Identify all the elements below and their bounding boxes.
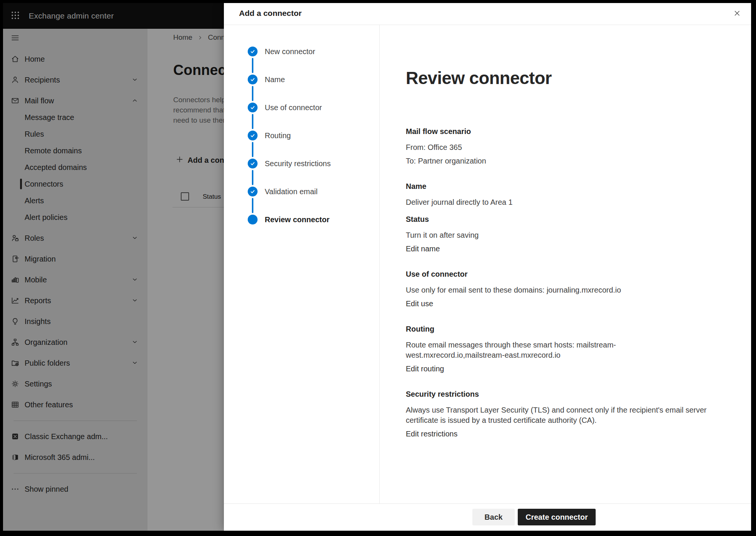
step-current-icon xyxy=(248,215,258,224)
wizard-step-label: Use of connector xyxy=(265,103,322,112)
modal-header: Add a connector xyxy=(224,3,751,25)
back-button[interactable]: Back xyxy=(472,509,515,525)
step-connector-line xyxy=(252,86,253,101)
wizard-step-security-restrictions[interactable]: Security restrictions xyxy=(224,159,379,168)
create-connector-button[interactable]: Create connector xyxy=(518,509,596,525)
wizard-step-label: Name xyxy=(265,75,285,84)
review-pane: Review connector Mail flow scenarioFrom:… xyxy=(380,25,751,503)
review-section-mail-flow-scenario: Mail flow scenarioFrom: Office 365To: Pa… xyxy=(406,126,710,166)
step-connector-line xyxy=(252,142,253,157)
wizard-step-validation-email[interactable]: Validation email xyxy=(224,187,379,196)
step-complete-icon xyxy=(248,131,258,140)
wizard-step-use-of-connector[interactable]: Use of connector xyxy=(224,103,379,112)
wizard-step-label: Security restrictions xyxy=(265,159,331,168)
wizard-step-new-connector[interactable]: New connector xyxy=(224,47,379,56)
close-icon xyxy=(733,9,741,19)
review-section-name: NameDeliver journal directly to Area 1 xyxy=(406,181,710,207)
wizard-step-label: Validation email xyxy=(265,187,318,196)
review-section-text: Route email messages through these smart… xyxy=(406,340,710,360)
wizard-step-label: New connector xyxy=(265,47,315,56)
step-complete-icon xyxy=(248,103,258,112)
edit-restrictions-link[interactable]: Edit restrictions xyxy=(406,429,458,439)
step-complete-icon xyxy=(248,47,258,56)
review-section-use-of-connector: Use of connectorUse only for email sent … xyxy=(406,269,710,309)
wizard-step-review-connector[interactable]: Review connector xyxy=(224,215,379,224)
modal-title: Add a connector xyxy=(239,9,302,18)
review-section-status: StatusTurn it on after savingEdit name xyxy=(406,214,710,254)
review-section-text: Deliver journal directly to Area 1 xyxy=(406,197,710,207)
step-complete-icon xyxy=(248,187,258,196)
add-connector-modal: Add a connector New connectorNameUse of … xyxy=(224,3,751,531)
review-section-text: Turn it on after saving xyxy=(406,230,710,240)
review-section-text: Always use Transport Layer Security (TLS… xyxy=(406,405,710,425)
review-section-heading: Mail flow scenario xyxy=(406,126,710,136)
review-section-text: Use only for email sent to these domains… xyxy=(406,285,710,295)
modal-footer: Back Create connector xyxy=(224,503,751,531)
app-screen: Exchange admin center HomeRecipientsMail… xyxy=(3,3,751,531)
step-complete-icon xyxy=(248,159,258,168)
review-section-routing: RoutingRoute email messages through thes… xyxy=(406,324,710,374)
edit-routing-link[interactable]: Edit routing xyxy=(406,364,444,374)
edit-name-link[interactable]: Edit name xyxy=(406,244,440,254)
wizard-step-routing[interactable]: Routing xyxy=(224,131,379,140)
wizard-step-label: Review connector xyxy=(265,215,329,224)
review-sections: Mail flow scenarioFrom: Office 365To: Pa… xyxy=(406,126,710,439)
step-connector-line xyxy=(252,170,253,185)
step-connector-line xyxy=(252,198,253,213)
review-section-text: To: Partner organization xyxy=(406,156,710,166)
review-title: Review connector xyxy=(406,67,725,89)
step-connector-line xyxy=(252,58,253,73)
step-connector-line xyxy=(252,114,253,129)
wizard-steps-nav: New connectorNameUse of connectorRouting… xyxy=(224,25,380,503)
wizard-step-name[interactable]: Name xyxy=(224,75,379,84)
review-section-heading: Use of connector xyxy=(406,269,710,279)
wizard-step-label: Routing xyxy=(265,131,291,140)
review-section-heading: Security restrictions xyxy=(406,389,710,399)
step-complete-icon xyxy=(248,75,258,84)
edit-use-link[interactable]: Edit use xyxy=(406,299,433,309)
review-section-security-restrictions: Security restrictionsAlways use Transpor… xyxy=(406,389,710,439)
review-section-heading: Status xyxy=(406,214,710,224)
review-section-text: From: Office 365 xyxy=(406,142,710,153)
review-section-heading: Routing xyxy=(406,324,710,334)
close-button[interactable] xyxy=(731,8,743,20)
review-section-heading: Name xyxy=(406,181,710,191)
